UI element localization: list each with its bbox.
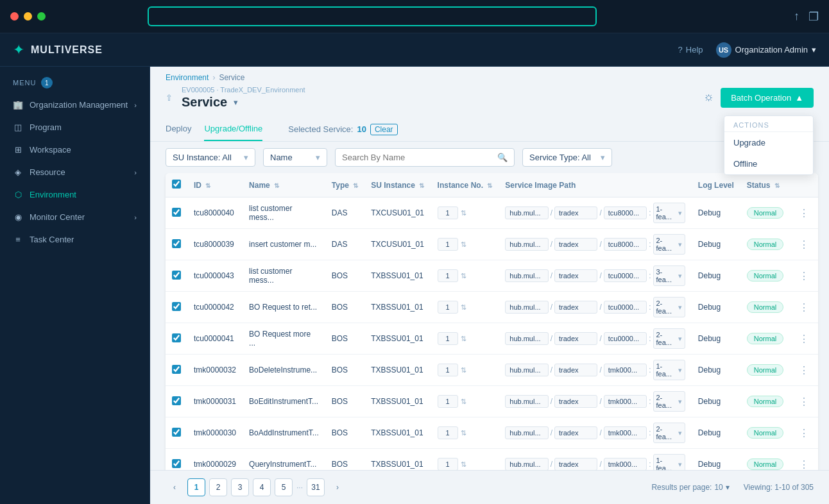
settings-icon[interactable]: ⛭ [704, 92, 714, 104]
img-path-2[interactable]: tradex [554, 206, 597, 219]
more-options-button[interactable]: ⋮ [796, 206, 812, 220]
search-input[interactable] [342, 153, 493, 162]
row-checkbox[interactable] [172, 271, 181, 280]
action-offline[interactable]: Offline [724, 153, 813, 174]
img-path-2[interactable]: tradex [554, 332, 597, 345]
row-checkbox[interactable] [172, 333, 181, 342]
upload-icon[interactable]: ↑ [794, 10, 799, 23]
img-path-3[interactable]: tmk000... [604, 458, 647, 470]
img-path-2[interactable]: tradex [554, 301, 597, 314]
sidebar-item-program[interactable]: ◫ Program [0, 116, 150, 139]
img-path-1[interactable]: hub.mul... [505, 332, 548, 345]
img-path-1[interactable]: hub.mul... [505, 395, 548, 408]
tag-select[interactable]: 3-fea... ▾ [653, 265, 685, 286]
more-options-button[interactable]: ⋮ [796, 458, 812, 471]
instance-no-input[interactable] [438, 426, 458, 439]
tag-select[interactable]: 1-fea... ▾ [653, 203, 685, 223]
more-options-button[interactable]: ⋮ [796, 301, 812, 314]
more-options-button[interactable]: ⋮ [796, 395, 812, 408]
tag-select[interactable]: 2-fea... ▾ [653, 297, 685, 317]
row-checkbox[interactable] [172, 302, 181, 311]
img-path-3[interactable]: tmk000... [604, 395, 647, 408]
img-path-1[interactable]: hub.mul... [505, 269, 548, 282]
cell-status: Normal [740, 417, 790, 449]
tag-select[interactable]: 2-fea... ▾ [653, 391, 685, 412]
top-search-input[interactable] [148, 6, 597, 26]
img-path-1[interactable]: hub.mul... [505, 206, 548, 219]
user-menu-button[interactable]: US Organization Admin ▾ [716, 42, 816, 58]
page-2-button[interactable]: 2 [209, 478, 227, 496]
img-path-1[interactable]: hub.mul... [505, 426, 548, 439]
tab-upgrade-offline[interactable]: Upgrade/Offline [204, 117, 262, 141]
img-path-1[interactable]: hub.mul... [505, 238, 548, 251]
img-path-3[interactable]: tcu0000... [604, 269, 647, 282]
page-5-button[interactable]: 5 [275, 478, 293, 496]
instance-no-input[interactable] [438, 301, 458, 314]
window-icon[interactable]: ❐ [808, 10, 819, 24]
help-button[interactable]: ? Help [678, 45, 703, 55]
row-checkbox[interactable] [172, 208, 181, 217]
row-checkbox[interactable] [172, 239, 181, 248]
instance-no-input[interactable] [438, 395, 458, 408]
page-4-button[interactable]: 4 [253, 478, 271, 496]
img-path-1[interactable]: hub.mul... [505, 458, 548, 470]
row-checkbox[interactable] [172, 459, 181, 468]
sidebar-item-workspace[interactable]: ⊞ Workspace [0, 139, 150, 161]
page-3-button[interactable]: 3 [231, 478, 249, 496]
more-options-button[interactable]: ⋮ [796, 238, 812, 251]
page-1-button[interactable]: 1 [187, 478, 205, 496]
img-path-2[interactable]: tradex [554, 426, 597, 439]
instance-no-input[interactable] [438, 364, 458, 376]
breadcrumb-parent[interactable]: Environment [166, 73, 209, 82]
su-instance-filter[interactable]: SU Instance: All ▾ [166, 148, 255, 167]
page-31-button[interactable]: 31 [307, 478, 325, 496]
name-filter[interactable]: Name ▾ [263, 148, 327, 167]
sidebar-item-resource[interactable]: ◈ Resource › [0, 161, 150, 183]
row-checkbox[interactable] [172, 365, 181, 374]
more-options-button[interactable]: ⋮ [796, 269, 812, 283]
instance-no-input[interactable] [438, 458, 458, 470]
next-page-button[interactable]: › [329, 478, 346, 496]
instance-no-input[interactable] [438, 332, 458, 345]
tag-select[interactable]: 1-fea... ▾ [653, 360, 685, 380]
img-path-2[interactable]: tradex [554, 238, 597, 251]
img-path-3[interactable]: tcu8000... [604, 206, 647, 219]
more-options-button[interactable]: ⋮ [796, 332, 812, 346]
title-dropdown-arrow[interactable]: ▾ [234, 97, 238, 107]
sidebar-item-org-management[interactable]: 🏢 Organization Management › [0, 94, 150, 116]
img-path-1[interactable]: hub.mul... [505, 364, 548, 376]
img-path-3[interactable]: tcu8000... [604, 238, 647, 251]
sidebar-item-task-center[interactable]: ≡ Task Center [0, 228, 150, 251]
img-path-3[interactable]: tmk000... [604, 364, 647, 376]
img-path-3[interactable]: tmk000... [604, 426, 647, 439]
img-path-2[interactable]: tradex [554, 395, 597, 408]
select-all-checkbox[interactable] [172, 180, 181, 189]
prev-page-button[interactable]: ‹ [166, 478, 184, 496]
clear-button[interactable]: Clear [370, 124, 398, 135]
row-checkbox[interactable] [172, 428, 181, 437]
more-options-button[interactable]: ⋮ [796, 364, 812, 377]
tag-select[interactable]: 2-fea... ▾ [653, 234, 685, 255]
tag-select[interactable]: 1-fea... ▾ [653, 454, 685, 470]
action-upgrade[interactable]: Upgrade [724, 132, 813, 153]
sidebar-item-environment[interactable]: ⬡ Environment [0, 183, 150, 206]
chevron-down-icon[interactable]: ▾ [726, 483, 730, 492]
img-path-2[interactable]: tradex [554, 458, 597, 470]
more-options-button[interactable]: ⋮ [796, 426, 812, 440]
tag-select[interactable]: 2-fea... ▾ [653, 328, 685, 349]
tab-deploy[interactable]: Deploy [166, 117, 191, 141]
instance-no-input[interactable] [438, 238, 458, 251]
img-path-1[interactable]: hub.mul... [505, 301, 548, 314]
share-icon[interactable]: ⇧ [166, 93, 173, 103]
sidebar-item-monitor-center[interactable]: ◉ Monitor Center › [0, 206, 150, 228]
img-path-2[interactable]: tradex [554, 364, 597, 376]
img-path-3[interactable]: tcu0000... [604, 301, 647, 314]
instance-no-input[interactable] [438, 269, 458, 282]
instance-no-input[interactable] [438, 206, 458, 219]
img-path-2[interactable]: tradex [554, 269, 597, 282]
tag-select[interactable]: 2-fea... ▾ [653, 423, 685, 443]
img-path-3[interactable]: tcu0000... [604, 332, 647, 345]
row-checkbox[interactable] [172, 396, 181, 405]
batch-operation-button[interactable]: Batch Operation ▲ [721, 88, 814, 108]
service-type-filter[interactable]: Service Type: All ▾ [522, 148, 612, 167]
